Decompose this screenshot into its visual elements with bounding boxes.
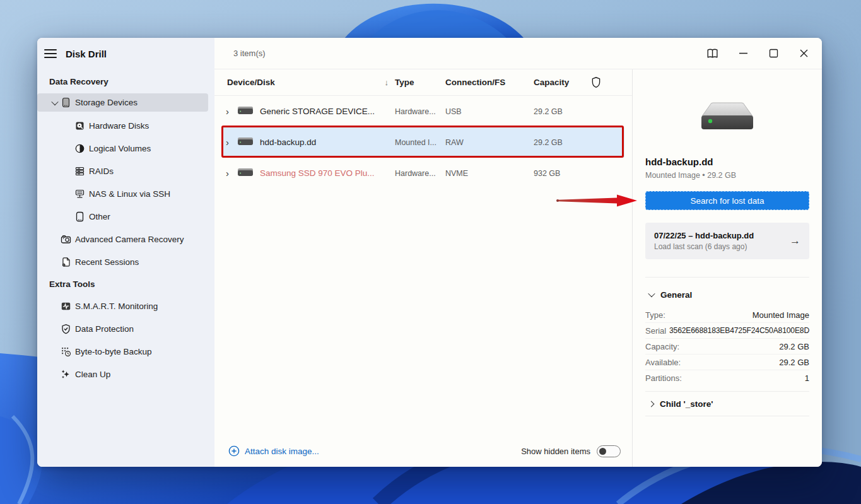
shield-check-icon — [61, 324, 71, 334]
expand-chevron-icon[interactable]: › — [222, 168, 237, 179]
chevron-right-icon — [648, 401, 655, 407]
minimize-button[interactable] — [734, 44, 753, 63]
sidebar-item-label: Logical Volumes — [89, 144, 151, 153]
show-hidden-items-toggle[interactable] — [597, 445, 621, 457]
selected-device-title: hdd-backup.dd — [645, 156, 809, 167]
device-connection: USB — [445, 107, 534, 116]
sidebar-item-data-protection[interactable]: Data Protection — [37, 317, 214, 340]
byte-grid-clock-icon — [61, 346, 71, 357]
sidebar-item-smart-monitoring[interactable]: S.M.A.R.T. Monitoring — [37, 295, 214, 317]
table-row-generic-storage-device[interactable]: › Generic STORAGE DEVICE... Hardware... … — [222, 96, 624, 127]
device-connection: NVME — [445, 169, 534, 178]
drive-icon — [237, 167, 260, 179]
scan-session-title: 07/22/25 – hdd-backup.dd — [654, 231, 786, 240]
column-header-capacity[interactable]: Capacity — [534, 78, 590, 87]
property-row-type: Type: Mounted Image — [645, 307, 809, 323]
table-row-hdd-backup-dd[interactable]: › hdd-backup.dd Mounted I... RAW 29.2 GB — [222, 127, 624, 158]
general-properties: Type: Mounted Image Serial 3562E6688183E… — [645, 307, 809, 386]
search-for-lost-data-button[interactable]: Search for lost data — [645, 191, 809, 210]
device-capacity: 29.2 GB — [534, 107, 603, 116]
show-hidden-items-label: Show hidden items — [521, 447, 590, 456]
column-header-connection-fs[interactable]: Connection/FS — [445, 78, 534, 87]
property-value: 1 — [805, 373, 809, 383]
drive-illustration — [645, 100, 809, 132]
property-row-available: Available: 29.2 GB — [645, 355, 809, 370]
app-title: Disk Drill — [66, 49, 107, 59]
table-header: Device/Disk ↓ Type Connection/FS Capacit… — [214, 69, 632, 96]
sidebar-item-label: S.M.A.R.T. Monitoring — [75, 302, 158, 311]
sidebar-item-label: RAIDs — [89, 167, 114, 176]
property-row-serial: Serial 3562E6688183EB4725F24C50A8100E8D — [645, 323, 809, 339]
disk-drill-window: Disk Drill Data Recovery Storage Devices… — [37, 38, 822, 467]
sidebar-item-other[interactable]: Other — [37, 205, 214, 228]
nas-server-icon — [74, 189, 85, 199]
expand-chevron-icon[interactable]: › — [222, 106, 237, 117]
child-store-section-header[interactable]: Child '_store' — [645, 392, 809, 416]
details-panel: hdd-backup.dd Mounted Image • 29.2 GB Se… — [632, 69, 822, 467]
titlebar: 3 item(s) — [214, 38, 822, 69]
device-capacity: 932 GB — [534, 169, 603, 178]
drive-icon — [237, 136, 260, 148]
session-file-gear-icon — [61, 257, 71, 267]
device-type: Mounted I... — [395, 138, 445, 147]
protection-shield-icon — [590, 76, 602, 89]
property-label: Capacity: — [645, 342, 679, 351]
device-list: Device/Disk ↓ Type Connection/FS Capacit… — [214, 69, 632, 467]
raid-stack-icon — [74, 166, 85, 177]
divider — [645, 277, 809, 278]
table-row-samsung-ssd[interactable]: › Samsung SSD 970 EVO Plu... Hardware...… — [222, 158, 624, 189]
camera-icon — [61, 234, 71, 245]
device-connection: RAW — [445, 138, 534, 147]
knowledge-base-book-icon[interactable] — [703, 44, 722, 63]
device-name: hdd-backup.dd — [260, 138, 395, 147]
selected-device-subtitle: Mounted Image • 29.2 GB — [645, 171, 809, 180]
sidebar-item-label: Hardware Disks — [89, 121, 149, 131]
sort-descending-icon[interactable]: ↓ — [385, 78, 389, 87]
list-footer: Attach disk image... Show hidden items — [214, 435, 632, 467]
column-header-protection[interactable] — [590, 76, 616, 89]
sidebar-item-label: Other — [89, 212, 110, 221]
sidebar-item-advanced-camera-recovery[interactable]: Advanced Camera Recovery — [37, 228, 214, 250]
property-value: 3562E6688183EB4725F24C50A8100E8D — [669, 326, 809, 335]
menu-hamburger-icon[interactable] — [44, 47, 58, 61]
section-label-data-recovery: Data Recovery — [49, 77, 214, 88]
child-store-label: Child '_store' — [660, 399, 713, 409]
section-label-extra-tools: Extra Tools — [49, 279, 214, 291]
sidebar: Disk Drill Data Recovery Storage Devices… — [37, 38, 214, 467]
sidebar-item-recent-sessions[interactable]: Recent Sessions — [37, 250, 214, 273]
sidebar-item-clean-up[interactable]: Clean Up — [37, 363, 214, 385]
expand-chevron-icon[interactable]: › — [222, 137, 237, 148]
smart-monitor-icon — [61, 301, 71, 312]
sidebar-item-label: Advanced Camera Recovery — [75, 235, 184, 244]
sidebar-item-nas-linux-ssh[interactable]: NAS & Linux via SSH — [37, 182, 214, 205]
scan-session-subtitle: Load last scan (6 days ago) — [654, 242, 786, 251]
other-device-icon — [74, 211, 85, 222]
property-row-partitions: Partitions: 1 — [645, 370, 809, 386]
sparkles-icon — [61, 369, 71, 380]
circled-plus-icon — [228, 445, 240, 457]
maximize-button[interactable] — [764, 44, 783, 63]
previous-scan-session-card[interactable]: 07/22/25 – hdd-backup.dd Load last scan … — [645, 223, 809, 259]
sidebar-item-label: Data Protection — [75, 324, 134, 334]
property-label: Serial — [645, 326, 666, 336]
sidebar-item-storage-devices[interactable]: Storage Devices — [37, 93, 208, 112]
toggle-knob — [599, 448, 606, 455]
column-header-device-disk[interactable]: Device/Disk ↓ — [227, 78, 395, 87]
property-label: Partitions: — [645, 373, 682, 383]
close-button[interactable] — [794, 44, 813, 63]
device-name: Generic STORAGE DEVICE... — [260, 107, 395, 116]
column-header-type[interactable]: Type — [395, 78, 445, 87]
sidebar-item-byte-to-byte-backup[interactable]: Byte-to-byte Backup — [37, 340, 214, 363]
device-name: Samsung SSD 970 EVO Plu... — [260, 168, 395, 178]
device-capacity: 29.2 GB — [534, 138, 603, 147]
attach-disk-image-link[interactable]: Attach disk image... — [228, 445, 319, 457]
sidebar-item-raids[interactable]: RAIDs — [37, 160, 214, 182]
sidebar-item-hardware-disks[interactable]: Hardware Disks — [37, 114, 214, 137]
device-type: Hardware... — [395, 169, 445, 178]
sidebar-item-logical-volumes[interactable]: Logical Volumes — [37, 137, 214, 160]
general-section-header[interactable]: General — [645, 286, 809, 303]
drive-icon — [237, 105, 260, 117]
sidebar-item-label: Storage Devices — [75, 98, 138, 107]
arrow-right-icon: → — [790, 235, 800, 247]
hardware-disk-icon — [74, 120, 85, 131]
